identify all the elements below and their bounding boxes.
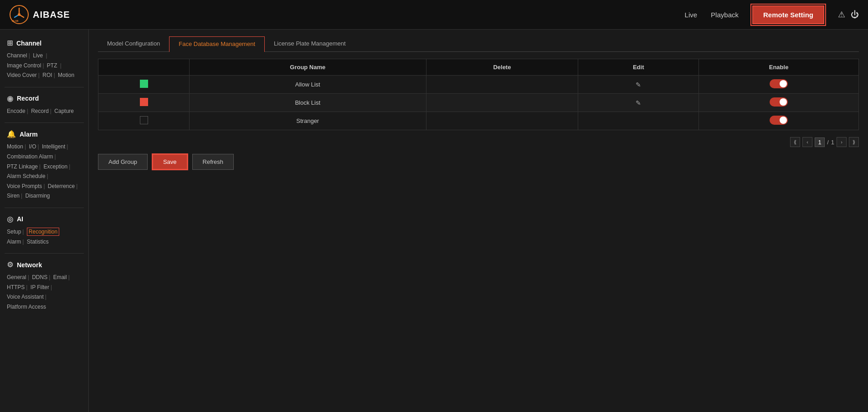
sidebar-record-title: ◉ Record: [0, 90, 88, 106]
sidebar-link-ptz-linkage[interactable]: PTZ Linkage: [7, 163, 38, 170]
logo-icon: OLOR: [9, 5, 29, 25]
sidebar-link-ai-setup[interactable]: Setup: [7, 229, 21, 235]
sidebar-record-icon: ◉: [7, 94, 13, 103]
sidebar-link-email[interactable]: Email: [53, 274, 67, 280]
sidebar-link-encode[interactable]: Encode: [7, 108, 26, 114]
toggle-allow[interactable]: [770, 79, 788, 88]
sidebar-link-image-control[interactable]: Image Control: [7, 62, 41, 69]
sidebar-alarm-links: Motion| I/O| Intelligent| Combination Al…: [0, 141, 88, 204]
sidebar-link-combination-alarm[interactable]: Combination Alarm: [7, 153, 53, 160]
row-enable-block[interactable]: [699, 94, 859, 112]
row-group-block-list: Block List: [190, 94, 426, 112]
page-separator: /: [827, 139, 829, 146]
power-icon[interactable]: ⏻: [851, 10, 859, 20]
edit-icon-block[interactable]: ✎: [636, 99, 641, 107]
sidebar-ai-icon: ◎: [7, 215, 13, 224]
sidebar-link-ai-statistics[interactable]: Statistics: [27, 239, 49, 245]
nav-icons: ⚠ ⏻: [838, 10, 859, 20]
sidebar-section-record: ◉ Record Encode| Record| Capture: [0, 90, 88, 119]
sidebar-link-motion[interactable]: Motion: [7, 143, 23, 150]
sidebar-link-voice-prompts[interactable]: Voice Prompts: [7, 183, 42, 189]
col-header-color: [98, 59, 190, 76]
logo-main-text: AIBASE: [33, 10, 70, 20]
page-next-button[interactable]: ›: [837, 137, 847, 147]
sidebar-link-record[interactable]: Record: [31, 108, 49, 114]
row-enable-stranger[interactable]: [699, 112, 859, 130]
sidebar-section-network: ⚙ Network General| DDNS| Email| HTTPS| I…: [0, 256, 88, 315]
sidebar-link-alarm-schedule[interactable]: Alarm Schedule: [7, 173, 46, 179]
face-db-table: Group Name Delete Edit Enable Allow List…: [98, 59, 859, 130]
page-prev-button[interactable]: ‹: [802, 137, 812, 147]
sidebar-network-title: ⚙ Network: [0, 256, 88, 272]
action-buttons: Add Group Save Refresh: [98, 154, 859, 170]
row-delete-block: [426, 94, 578, 112]
table-row: Allow List ✎: [98, 76, 859, 94]
sidebar-link-live[interactable]: Live: [33, 52, 43, 59]
row-group-stranger: Stranger: [190, 112, 426, 130]
add-group-button[interactable]: Add Group: [98, 154, 148, 170]
row-edit-stranger: [578, 112, 699, 130]
toggle-stranger[interactable]: [770, 116, 788, 125]
toggle-block[interactable]: [770, 97, 788, 107]
svg-text:OLOR: OLOR: [12, 20, 19, 22]
sidebar-link-motion-channel[interactable]: Motion: [58, 72, 74, 78]
sidebar-section-alarm: 🔔 Alarm Motion| I/O| Intelligent| Combin…: [0, 125, 88, 204]
refresh-button[interactable]: Refresh: [192, 154, 234, 170]
sidebar-link-ddns[interactable]: DDNS: [32, 274, 47, 280]
row-edit-block[interactable]: ✎: [578, 94, 699, 112]
sidebar-link-siren[interactable]: Siren: [7, 193, 20, 199]
sidebar-link-platform-access[interactable]: Platform Access: [7, 304, 46, 310]
pagination: ⟪ ‹ 1 / 1 › ⟫: [98, 137, 859, 147]
sidebar-link-intelligent[interactable]: Intelligent: [42, 143, 65, 150]
col-header-delete: Delete: [426, 59, 578, 76]
color-indicator-empty: [140, 116, 148, 124]
sidebar-network-icon: ⚙: [7, 260, 13, 269]
sidebar-link-general[interactable]: General: [7, 274, 26, 280]
sidebar-link-ip-filter[interactable]: IP Filter: [31, 284, 49, 290]
sidebar-link-ptz[interactable]: PTZ: [47, 62, 57, 69]
nav-right: Live Playback Remote Setting ⚠ ⏻: [685, 5, 859, 24]
svg-point-1: [18, 13, 21, 16]
sidebar-link-ai-alarm[interactable]: Alarm: [7, 239, 21, 245]
alert-icon[interactable]: ⚠: [838, 10, 845, 20]
live-nav-link[interactable]: Live: [685, 11, 698, 19]
sidebar-link-https[interactable]: HTTPS: [7, 284, 25, 290]
tab-model-config[interactable]: Model Configuration: [98, 36, 169, 51]
sidebar-section-channel: ⊞ Channel Channel| Live | Image Control|…: [0, 34, 88, 83]
table-row: Stranger: [98, 112, 859, 130]
page-last-button[interactable]: ⟫: [849, 137, 859, 147]
toggle-thumb-stranger: [780, 117, 787, 124]
sidebar-link-ai-recognition[interactable]: Recognition: [27, 228, 59, 236]
sidebar-link-capture[interactable]: Capture: [54, 108, 74, 114]
row-enable-allow[interactable]: [699, 76, 859, 94]
sidebar-link-deterrence[interactable]: Deterrence: [48, 183, 75, 189]
sidebar-link-roi[interactable]: ROI: [42, 72, 52, 78]
sidebar-link-video-cover[interactable]: Video Cover: [7, 72, 37, 78]
playback-nav-link[interactable]: Playback: [711, 11, 739, 19]
edit-icon-allow[interactable]: ✎: [636, 81, 641, 88]
page-first-button[interactable]: ⟪: [790, 137, 800, 147]
sidebar-link-exception[interactable]: Exception: [44, 163, 68, 170]
sidebar-link-channel[interactable]: Channel: [7, 52, 27, 59]
sidebar-link-disarming[interactable]: Disarming: [25, 193, 50, 199]
sidebar-link-voice-assistant[interactable]: Voice Assistant: [7, 294, 44, 300]
tab-license-plate[interactable]: License Plate Management: [265, 36, 355, 51]
color-indicator-red: [140, 98, 148, 106]
logo-text-block: AIBASE: [33, 10, 70, 20]
sidebar: ⊞ Channel Channel| Live | Image Control|…: [0, 30, 89, 412]
sidebar-link-io[interactable]: I/O: [29, 143, 36, 150]
save-button[interactable]: Save: [152, 154, 188, 170]
toggle-thumb-block: [780, 98, 787, 106]
toggle-track-allow: [770, 79, 788, 88]
sidebar-channel-icon: ⊞: [7, 39, 13, 47]
row-edit-allow[interactable]: ✎: [578, 76, 699, 94]
sidebar-ai-title: ◎ AI: [0, 210, 88, 226]
tabs-bar: Model Configuration Face Database Manage…: [98, 36, 859, 52]
page-total-number: 1: [831, 139, 834, 146]
sidebar-ai-links: Setup| Recognition Alarm| Statistics: [0, 226, 88, 249]
remote-setting-button[interactable]: Remote Setting: [752, 5, 824, 24]
tab-face-db[interactable]: Face Database Management: [169, 36, 265, 52]
row-delete-stranger: [426, 112, 578, 130]
sidebar-network-links: General| DDNS| Email| HTTPS| IP Filter| …: [0, 272, 88, 315]
sidebar-record-links: Encode| Record| Capture: [0, 106, 88, 119]
